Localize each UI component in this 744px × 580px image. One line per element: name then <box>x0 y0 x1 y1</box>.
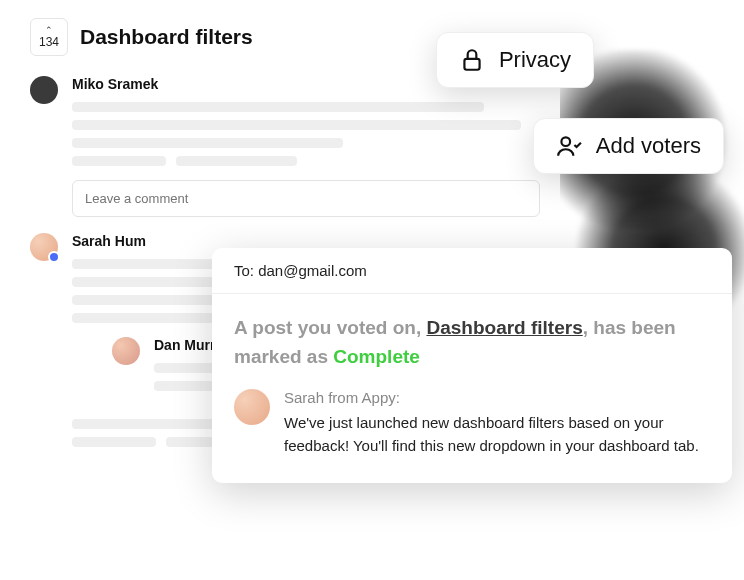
vote-button[interactable]: ⌃ 134 <box>30 18 68 56</box>
skeleton-line <box>72 437 156 447</box>
email-to-address: dan@gmail.com <box>258 262 367 279</box>
post-link[interactable]: Dashboard filters <box>426 317 582 338</box>
privacy-button[interactable]: Privacy <box>436 32 594 88</box>
skeleton-line <box>72 120 521 130</box>
avatar <box>30 233 58 261</box>
user-check-icon <box>556 133 582 159</box>
avatar <box>234 389 270 425</box>
skeleton-line <box>72 156 166 166</box>
email-from: Sarah from Appy: <box>284 389 710 406</box>
skeleton-line <box>72 259 231 269</box>
add-voters-label: Add voters <box>596 133 701 159</box>
privacy-label: Privacy <box>499 47 571 73</box>
skeleton-line <box>72 102 484 112</box>
email-notification-card: To: dan@gmail.com A post you voted on, D… <box>212 248 732 483</box>
lock-icon <box>459 47 485 73</box>
avatar <box>112 337 140 365</box>
comment-input[interactable] <box>72 180 540 217</box>
email-message: We've just launched new dashboard filter… <box>284 412 710 457</box>
email-headline: A post you voted on, Dashboard filters, … <box>234 314 710 371</box>
add-voters-button[interactable]: Add voters <box>533 118 724 174</box>
skeleton-line <box>176 156 298 166</box>
skeleton-line <box>72 138 343 148</box>
author-name: Sarah Hum <box>72 233 540 249</box>
verified-badge-icon <box>48 251 60 263</box>
vote-count: 134 <box>39 35 59 49</box>
email-to-row: To: dan@gmail.com <box>212 248 732 294</box>
svg-rect-0 <box>464 59 479 70</box>
comment-thread: Miko Sramek <box>30 76 540 217</box>
svg-point-1 <box>561 137 570 146</box>
chevron-up-icon: ⌃ <box>45 26 53 35</box>
status-complete: Complete <box>333 346 420 367</box>
avatar <box>30 76 58 104</box>
post-title: Dashboard filters <box>80 25 253 49</box>
